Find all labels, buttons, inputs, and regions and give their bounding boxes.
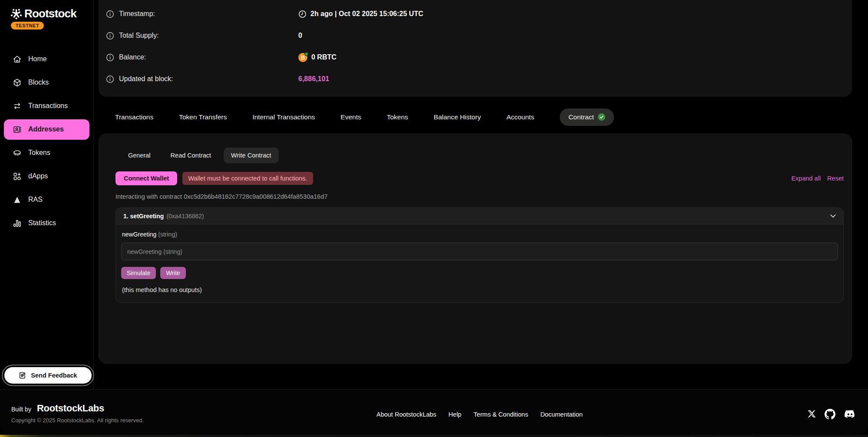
- footer-brand-block: Built by RootstockLabs Copyright © 2025 …: [11, 403, 144, 424]
- rootstock-logo[interactable]: Rootstock: [10, 7, 76, 20]
- statistics-icon: [13, 219, 22, 228]
- footer: Built by RootstockLabs Copyright © 2025 …: [0, 389, 868, 435]
- outputs-note: (this method has no outputs): [122, 286, 838, 293]
- sidebar: Rootstock TESTNET Home Blocks Transactio…: [0, 0, 94, 389]
- sidebar-item-label: Tokens: [28, 149, 50, 157]
- info-label: Balance:: [106, 53, 298, 62]
- sidebar-item-dapps[interactable]: dApps: [0, 164, 93, 188]
- sidebar-item-label: Transactions: [28, 102, 68, 110]
- param-label: newGreeting (string): [122, 231, 838, 238]
- blocks-icon: [13, 78, 22, 87]
- info-row-total-supply: Total Supply: 0: [99, 25, 852, 46]
- expand-all-link[interactable]: Expand all: [791, 175, 821, 182]
- tab-token-transfers[interactable]: Token Transfers: [179, 113, 227, 121]
- rbtc-green-badge: [304, 52, 308, 56]
- info-label: Timestamp:: [106, 10, 298, 18]
- address-tabs: Transactions Token Transfers Internal Tr…: [115, 107, 868, 127]
- info-row-balance: Balance: B 0 RBTC: [99, 46, 852, 68]
- info-icon[interactable]: [106, 32, 114, 40]
- method-title: 1. setGreeting: [123, 213, 164, 220]
- info-label: Updated at block:: [106, 75, 298, 83]
- total-supply-value: 0: [298, 32, 302, 39]
- info-label-text: Total Supply:: [119, 32, 159, 39]
- reset-link[interactable]: Reset: [827, 175, 844, 182]
- info-row-timestamp: Timestamp: 2h ago | Oct 02 2025 15:06:25…: [99, 3, 852, 25]
- tab-transactions[interactable]: Transactions: [115, 113, 153, 121]
- sidebar-nav: Home Blocks Transactions Addresses Token…: [0, 47, 93, 235]
- social-icons: [807, 408, 856, 420]
- sidebar-item-statistics[interactable]: Statistics: [0, 211, 93, 235]
- info-label-text: Updated at block:: [119, 75, 173, 83]
- rootstocklabs-link[interactable]: RootstockLabs: [37, 403, 104, 414]
- sidebar-item-label: Statistics: [28, 219, 56, 227]
- footer-link-documentation[interactable]: Documentation: [540, 411, 583, 418]
- transactions-icon: [13, 102, 22, 111]
- dapps-icon: [13, 172, 22, 181]
- tab-contract[interactable]: Contract: [560, 108, 614, 126]
- subtab-write-contract[interactable]: Write Contract: [224, 148, 278, 163]
- sidebar-item-label: RAS: [28, 196, 43, 204]
- simulate-button[interactable]: Simulate: [121, 267, 156, 279]
- github-icon[interactable]: [825, 409, 835, 420]
- send-feedback-button[interactable]: Send Feedback: [4, 367, 92, 384]
- method-actions: Simulate Write: [121, 267, 838, 279]
- sidebar-item-blocks[interactable]: Blocks: [0, 71, 93, 94]
- sidebar-item-transactions[interactable]: Transactions: [0, 94, 93, 118]
- home-icon: [13, 55, 22, 64]
- addresses-icon: [13, 125, 22, 134]
- clock-icon: [298, 10, 307, 18]
- info-label-text: Balance:: [119, 53, 146, 61]
- brand-name: Rootstock: [24, 7, 76, 20]
- info-icon[interactable]: [106, 75, 114, 83]
- write-button[interactable]: Write: [160, 267, 185, 279]
- tab-tokens[interactable]: Tokens: [387, 113, 408, 121]
- chevron-down-icon: [830, 214, 836, 218]
- balance-value: B 0 RBTC: [298, 53, 337, 62]
- method-accordion: 1. setGreeting (0xa4136862) newGreeting …: [116, 207, 844, 303]
- footer-link-terms[interactable]: Terms & Conditions: [474, 411, 528, 418]
- built-by-text: Built by: [11, 406, 31, 413]
- footer-links: About RootstockLabs Help Terms & Conditi…: [376, 411, 583, 418]
- tab-balance-history[interactable]: Balance History: [434, 113, 481, 121]
- tokens-icon: [13, 148, 22, 158]
- footer-link-help[interactable]: Help: [449, 411, 462, 418]
- discord-icon[interactable]: [844, 408, 856, 420]
- wallet-warning-badge: Wallet must be connected to call functio…: [182, 172, 313, 185]
- sidebar-item-label: dApps: [28, 172, 48, 180]
- tab-accounts[interactable]: Accounts: [506, 113, 534, 121]
- contract-panel: General Read Contract Write Contract Con…: [99, 134, 852, 364]
- method-accordion-header[interactable]: 1. setGreeting (0xa4136862): [116, 208, 843, 224]
- sidebar-item-label: Addresses: [28, 125, 64, 133]
- feedback-pencil-icon: [19, 371, 26, 379]
- copyright-text: Copyright © 2025 RootstockLabs. All righ…: [11, 417, 144, 424]
- sidebar-item-home[interactable]: Home: [0, 47, 93, 71]
- block-number-link[interactable]: 6,886,101: [298, 75, 329, 83]
- tab-events[interactable]: Events: [340, 113, 361, 121]
- sidebar-item-addresses[interactable]: Addresses: [4, 119, 89, 140]
- sidebar-item-ras[interactable]: RAS: [0, 188, 93, 211]
- sidebar-item-label: Home: [28, 55, 47, 63]
- info-row-updated-at-block: Updated at block: 6,886,101: [99, 68, 852, 90]
- tab-internal-transactions[interactable]: Internal Transactions: [252, 113, 315, 121]
- footer-link-about[interactable]: About RootstockLabs: [376, 411, 436, 418]
- timestamp-value: 2h ago | Oct 02 2025 15:06:25 UTC: [298, 10, 423, 18]
- sidebar-item-tokens[interactable]: Tokens: [0, 141, 93, 164]
- interacting-with-contract-text: Interacting with contract 0xc5d2b6b48162…: [116, 193, 844, 200]
- rbtc-coin-icon: B: [298, 53, 307, 62]
- new-greeting-input[interactable]: [121, 243, 838, 260]
- wallet-row: Connect Wallet Wallet must be connected …: [116, 171, 844, 185]
- connect-wallet-button[interactable]: Connect Wallet: [116, 171, 177, 185]
- address-info-panel: Timestamp: 2h ago | Oct 02 2025 15:06:25…: [99, 0, 852, 97]
- info-icon[interactable]: [106, 53, 114, 62]
- subtab-general[interactable]: General: [121, 148, 158, 163]
- method-accordion-body: newGreeting (string) Simulate Write (thi…: [116, 224, 843, 302]
- feedback-label: Send Feedback: [31, 372, 77, 379]
- main-content: Timestamp: 2h ago | Oct 02 2025 15:06:25…: [94, 0, 868, 364]
- ras-icon: [13, 195, 22, 204]
- subtab-read-contract[interactable]: Read Contract: [163, 148, 219, 163]
- panel-links: Expand all Reset: [791, 175, 844, 182]
- rootstock-flower-icon: [10, 8, 22, 20]
- info-icon[interactable]: [106, 10, 114, 18]
- verified-check-icon: [598, 113, 605, 121]
- x-twitter-icon[interactable]: [807, 410, 816, 419]
